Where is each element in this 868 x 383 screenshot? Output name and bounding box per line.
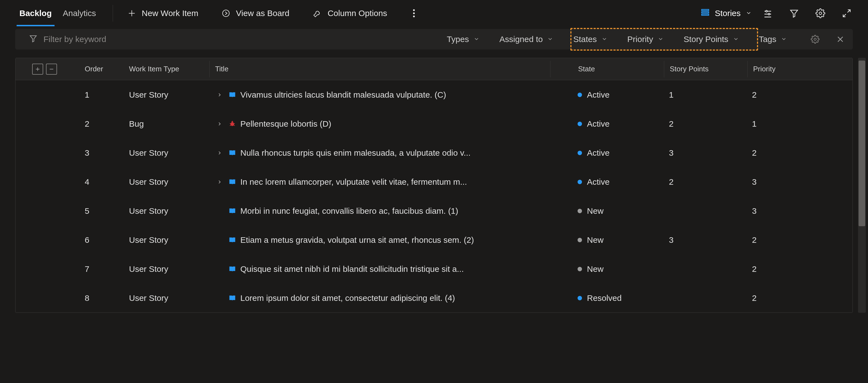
cell-priority: 2 [746, 293, 830, 303]
cell-title[interactable]: Lorem ipsum dolor sit amet, consectetur … [240, 293, 455, 303]
fullscreen-button[interactable] [842, 8, 851, 18]
state-indicator-icon [578, 296, 582, 300]
cell-title[interactable]: Quisque sit amet nibh id mi blandit soll… [240, 265, 464, 274]
cell-story-points: 2 [663, 119, 746, 129]
state-indicator-icon [578, 151, 582, 155]
filter-tags-label: Tags [759, 35, 776, 44]
column-options-label: Column Options [328, 8, 387, 18]
cell-story-points: 3 [663, 235, 746, 245]
column-header-state[interactable]: State [551, 65, 664, 73]
state-indicator-icon [578, 122, 582, 126]
cell-work-item-type: User Story [123, 265, 209, 274]
expand-row-icon[interactable] [215, 179, 224, 185]
cell-work-item-type: User Story [123, 235, 209, 245]
cell-title[interactable]: In nec lorem ullamcorper, vulputate veli… [240, 177, 467, 187]
filter-priority-dropdown[interactable]: Priority [623, 32, 668, 47]
close-filter-button[interactable] [836, 35, 844, 43]
cell-order: 3 [79, 148, 123, 158]
cell-priority: 3 [746, 177, 830, 187]
more-actions-button[interactable] [412, 8, 415, 18]
cell-state: Active [587, 90, 610, 100]
svg-rect-8 [702, 14, 709, 15]
filter-types-dropdown[interactable]: Types [442, 32, 484, 47]
chevron-down-icon [658, 35, 664, 44]
collapse-all-button[interactable] [46, 64, 57, 75]
cell-state: New [587, 235, 603, 245]
chevron-down-icon [601, 35, 608, 44]
state-indicator-icon [578, 267, 582, 271]
expand-row-icon[interactable] [215, 150, 224, 156]
filter-story-points-dropdown[interactable]: Story Points [679, 32, 743, 47]
table-row[interactable]: 2 Bug Pellentesque lobortis (D) Active 2… [16, 109, 852, 138]
filter-keyword-input[interactable] [43, 35, 182, 44]
filter-icon [29, 34, 37, 44]
table-row[interactable]: 8 User Story Lorem ipsum dolor sit amet,… [16, 283, 852, 312]
filter-states-dropdown[interactable]: States [569, 32, 612, 47]
state-indicator-icon [578, 238, 582, 242]
svg-marker-14 [790, 10, 798, 17]
filter-assigned-to-dropdown[interactable]: Assigned to [495, 32, 558, 47]
cell-title[interactable]: Vivamus ultricies lacus blandit malesuad… [240, 90, 446, 100]
table-row[interactable]: 4 User Story In nec lorem ullamcorper, v… [16, 167, 852, 196]
table-row[interactable]: 5 User Story Morbi in nunc feugiat, conv… [16, 196, 852, 225]
filter-tags-dropdown[interactable]: Tags [754, 32, 791, 47]
grid-header: Order Work Item Type Title State Story P… [16, 58, 852, 80]
cell-order: 7 [79, 265, 123, 274]
state-indicator-icon [578, 93, 582, 97]
filter-priority-label: Priority [627, 35, 653, 44]
column-options-button[interactable]: Column Options [309, 8, 391, 18]
table-row[interactable]: 1 User Story Vivamus ultricies lacus bla… [16, 80, 852, 109]
tab-analytics[interactable]: Analytics [57, 0, 102, 26]
cell-priority: 2 [746, 265, 830, 274]
column-header-priority[interactable]: Priority [748, 65, 831, 73]
column-header-title[interactable]: Title [210, 65, 550, 73]
tab-backlog[interactable]: Backlog [14, 0, 57, 26]
svg-line-17 [843, 14, 846, 16]
cell-work-item-type: User Story [123, 293, 209, 303]
chevron-down-icon [781, 35, 787, 44]
book-icon [228, 236, 237, 244]
board-toggle-icon [221, 9, 230, 18]
scrollbar-thumb[interactable] [859, 61, 865, 226]
chevron-down-icon [547, 35, 553, 44]
svg-rect-7 [702, 12, 709, 13]
expand-row-icon[interactable] [215, 121, 224, 127]
backlog-level-dropdown[interactable]: Stories [701, 7, 752, 19]
cell-state: New [587, 265, 603, 274]
column-header-story-points[interactable]: Story Points [664, 65, 747, 73]
stories-icon [701, 7, 710, 19]
cell-state: Active [587, 177, 610, 187]
expand-all-button[interactable] [32, 64, 43, 75]
view-options-button[interactable] [763, 8, 773, 18]
filter-bar: Types Assigned to States Priority Story … [15, 29, 853, 49]
chevron-down-icon [473, 35, 479, 44]
table-row[interactable]: 3 User Story Nulla rhoncus turpis quis e… [16, 138, 852, 167]
new-work-item-button[interactable]: New Work Item [124, 8, 202, 18]
expand-row-icon[interactable] [215, 92, 224, 98]
filter-states-label: States [573, 35, 597, 44]
cell-title[interactable]: Etiam a metus gravida, volutpat urna sit… [240, 235, 474, 245]
cell-title[interactable]: Nulla rhoncus turpis quis enim malesuada… [240, 148, 471, 158]
cell-state: New [587, 206, 603, 216]
filter-toggle-button[interactable] [789, 8, 799, 18]
table-row[interactable]: 7 User Story Quisque sit amet nibh id mi… [16, 254, 852, 283]
cell-priority: 2 [746, 235, 830, 245]
filter-types-label: Types [447, 35, 469, 44]
column-header-work-item-type[interactable]: Work Item Type [123, 65, 209, 73]
cell-story-points: 1 [663, 90, 746, 100]
vertical-scrollbar[interactable] [858, 58, 866, 313]
view-as-board-button[interactable]: View as Board [218, 8, 293, 18]
svg-point-25 [230, 122, 234, 126]
table-row[interactable]: 6 User Story Etiam a metus gravida, volu… [16, 225, 852, 254]
book-icon [228, 207, 237, 215]
column-header-order[interactable]: Order [79, 65, 123, 73]
cell-title[interactable]: Morbi in nunc feugiat, convallis libero … [240, 206, 458, 216]
separator [113, 5, 113, 22]
filter-settings-button[interactable] [811, 35, 819, 44]
cell-title[interactable]: Pellentesque lobortis (D) [240, 119, 332, 129]
cell-order: 4 [79, 177, 123, 187]
book-icon [228, 91, 237, 99]
chevron-down-icon [733, 35, 739, 44]
settings-button[interactable] [815, 8, 825, 18]
backlog-grid-container: Order Work Item Type Title State Story P… [15, 58, 868, 313]
